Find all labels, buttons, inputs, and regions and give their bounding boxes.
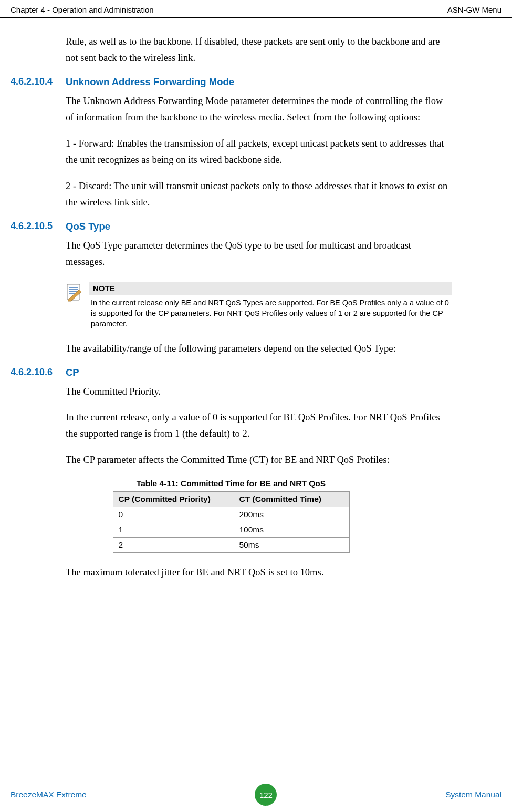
page-header: Chapter 4 - Operation and Administration…	[0, 0, 512, 18]
section-title: CP	[66, 367, 79, 378]
page-content: Rule, as well as to the backbone. If dis…	[0, 34, 512, 581]
body-paragraph: The QoS Type parameter determines the Qo…	[66, 238, 452, 271]
body-paragraph: 2 - Discard: The unit will transmit unic…	[66, 178, 452, 211]
table-header-cell: CT (Committed Time)	[234, 492, 349, 507]
table-cell: 0	[113, 507, 234, 522]
section-heading-4: 4.6.2.10.4 Unknown Address Forwarding Mo…	[11, 76, 452, 88]
section-number: 4.6.2.10.4	[11, 76, 66, 88]
section-heading-6: 4.6.2.10.6 CP	[11, 367, 452, 378]
body-paragraph: The Unknown Address Forwarding Mode para…	[66, 93, 452, 126]
table-header-row: CP (Committed Priority) CT (Committed Ti…	[113, 492, 349, 507]
table-caption: Table 4-11: Committed Time for BE and NR…	[11, 479, 452, 488]
table-cell: 100ms	[234, 522, 349, 538]
table-cell: 200ms	[234, 507, 349, 522]
table-row: 1 100ms	[113, 522, 349, 538]
table-row: 2 50ms	[113, 538, 349, 553]
section-heading-5: 4.6.2.10.5 QoS Type	[11, 221, 452, 232]
table-row: 0 200ms	[113, 507, 349, 522]
note-icon	[66, 282, 89, 329]
header-chapter: Chapter 4 - Operation and Administration	[11, 5, 154, 14]
section-number: 4.6.2.10.6	[11, 367, 66, 378]
table-cell: 50ms	[234, 538, 349, 553]
section-title: Unknown Address Forwarding Mode	[66, 76, 234, 88]
body-paragraph: The CP parameter affects the Committed T…	[66, 452, 452, 468]
body-paragraph: The maximum tolerated jitter for BE and …	[66, 564, 452, 581]
table-header-cell: CP (Committed Priority)	[113, 492, 234, 507]
body-paragraph: The availability/range of the following …	[66, 341, 452, 357]
note-label: NOTE	[89, 282, 452, 295]
page-number-badge: 122	[255, 784, 277, 806]
table-cell: 1	[113, 522, 234, 538]
footer-manual: System Manual	[445, 790, 501, 799]
note-body: NOTE In the current release only BE and …	[89, 282, 452, 329]
body-paragraph: 1 - Forward: Enables the transmission of…	[66, 136, 452, 169]
note-text: In the current release only BE and NRT Q…	[89, 298, 452, 329]
intro-paragraph: Rule, as well as to the backbone. If dis…	[66, 34, 452, 67]
footer-product: BreezeMAX Extreme	[11, 790, 87, 799]
committed-time-table: CP (Committed Priority) CT (Committed Ti…	[113, 491, 350, 553]
body-paragraph: The Committed Priority.	[66, 384, 452, 400]
section-number: 4.6.2.10.5	[11, 221, 66, 232]
header-menu: ASN-GW Menu	[447, 5, 501, 14]
body-paragraph: In the current release, only a value of …	[66, 409, 452, 443]
note-block: NOTE In the current release only BE and …	[66, 282, 452, 329]
page-footer: BreezeMAX Extreme 122 System Manual	[0, 784, 512, 806]
table-cell: 2	[113, 538, 234, 553]
section-title: QoS Type	[66, 221, 110, 232]
